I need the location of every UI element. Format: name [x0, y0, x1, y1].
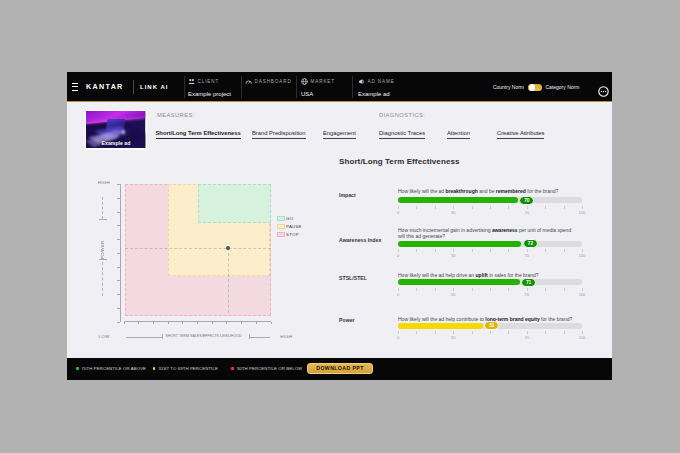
metric-question: How likely will the ad help drive an upl… [398, 272, 578, 278]
page-title: Short/Long Term Effectiveness [339, 157, 460, 166]
nav-item-label: CLIENT [198, 79, 220, 84]
bar-scale-tick [545, 206, 546, 209]
metric-bar-fill [398, 197, 518, 203]
legend-item-pause: PAUSE [277, 224, 302, 229]
metric-bar-track: 71 [398, 279, 582, 285]
header-divider [133, 80, 134, 94]
tab-diagnostic-traces[interactable]: Diagnostic Traces [379, 130, 425, 139]
bar-scale-tick [416, 288, 417, 291]
bar-scale-tick [435, 288, 436, 291]
bar-scale-label: 70 [525, 335, 529, 340]
bar-scale-tick [527, 249, 528, 252]
nav-item-value: USA [301, 91, 313, 97]
metric-label-awareness-index: Awareness Index [339, 237, 381, 243]
menu-icon[interactable] [72, 83, 78, 91]
y-axis-tick [117, 322, 120, 323]
bar-scale-label: 0 [397, 253, 399, 258]
metric-bar-fill [398, 241, 521, 247]
metric-value-badge: 72 [523, 239, 538, 248]
bar-scale-tick [582, 206, 583, 209]
metric-bar-fill [398, 323, 483, 329]
y-axis-tick [117, 280, 120, 281]
y-axis-tick [117, 308, 120, 309]
bar-scale-tick [582, 288, 583, 291]
legend-swatch [277, 232, 285, 237]
percentile-dot [153, 367, 156, 370]
bar-scale-label: 0 [397, 210, 399, 215]
y-axis-title: POWER [100, 240, 105, 259]
more-options-icon[interactable] [598, 83, 609, 94]
bar-scale-label: 70 [525, 292, 529, 297]
tab-engagement[interactable]: Engagement [323, 130, 356, 139]
legend-label: GO [286, 216, 293, 221]
bar-scale-label: 100 [579, 253, 586, 258]
bar-scale-tick [416, 249, 417, 252]
percentile-label: 31ST TO 69TH PERCENTILE [158, 366, 217, 371]
footer-legend-item: 31ST TO 69TH PERCENTILE [153, 358, 218, 380]
tab-creative-attributes[interactable]: Creative Attributes [497, 130, 544, 139]
x-axis-tick [138, 322, 139, 324]
bar-scale-tick [490, 206, 491, 209]
bar-scale-tick [527, 288, 528, 291]
tab-short-long-term-effectiveness[interactable]: Short/Long Term Effectiveness [156, 130, 241, 139]
ad-name-icon [358, 78, 365, 85]
ad-thumbnail[interactable]: Example ad [85, 110, 147, 150]
y-axis-low-label: LOW [99, 334, 110, 339]
header-nav-divider [296, 76, 297, 98]
y-axis-rule-tick [99, 259, 107, 260]
bar-scale-tick [564, 288, 565, 291]
bar-scale-tick [545, 288, 546, 291]
diagnostics-label: DIAGNOSTICS: [379, 112, 425, 118]
legend-swatch [277, 216, 285, 221]
bar-scale-tick [435, 206, 436, 209]
metric-label-stsl-stel: STSL/STEL [339, 275, 367, 281]
bar-scale-tick [508, 249, 509, 252]
metric-label-power: Power [339, 317, 355, 323]
bar-scale-tick [582, 249, 583, 252]
percentile-label: 70TH PERCENTILE OR ABOVE [82, 366, 146, 371]
crosshair-horizontal [125, 248, 271, 249]
country-norm-label[interactable]: Country Norm [447, 84, 524, 90]
y-axis-line [120, 184, 121, 322]
bar-scale-tick [508, 288, 509, 291]
product-name: LINK AI [140, 84, 168, 90]
x-axis-tick [168, 322, 169, 324]
metric-question: How much incremental gain in advertising… [398, 227, 578, 240]
bar-scale-tick [472, 331, 473, 334]
metric-question: How likely will the ad breakthrough and … [398, 188, 578, 194]
x-axis-title: SHORT TERM SALES/EFFECTS LIKELIHOOD [166, 334, 242, 338]
norm-toggle[interactable] [528, 84, 542, 91]
x-axis-tick [271, 322, 272, 324]
bar-scale-label: 30 [451, 210, 455, 215]
bar-scale-tick [398, 206, 399, 209]
bar-scale-tick [508, 206, 509, 209]
bar-scale-tick [453, 331, 454, 334]
bar-scale-label: 0 [397, 335, 399, 340]
legend-item-stop: STOP [277, 232, 302, 237]
bar-scale-tick [472, 206, 473, 209]
bar-scale-label: 0 [397, 292, 399, 297]
x-axis-tick [197, 322, 198, 324]
bar-scale-tick [490, 249, 491, 252]
y-axis-tick [117, 294, 120, 295]
y-axis-tick [117, 239, 120, 240]
metric-bar-track: 72 [398, 241, 582, 247]
nav-item-label: MARKET [311, 79, 336, 84]
tab-brand-predisposition[interactable]: Brand Predisposition [252, 130, 306, 139]
y-axis-tick [117, 212, 120, 213]
bar-scale-tick [453, 206, 454, 209]
x-axis-high-label: HIGH [280, 334, 292, 339]
header-nav-divider [352, 76, 353, 98]
percentile-dot [76, 367, 79, 370]
tab-attention[interactable]: Attention [447, 130, 470, 139]
bar-scale-tick [398, 331, 399, 334]
percentile-dot [231, 367, 234, 370]
x-axis-tick [241, 322, 242, 324]
y-axis-high-label: HIGH [87, 180, 110, 185]
category-norm-label[interactable]: Category Norm [546, 84, 580, 90]
y-axis-rule [102, 262, 103, 296]
market-icon [301, 78, 308, 85]
nav-item-label: AD NAME [368, 79, 395, 84]
legend-label: STOP [286, 232, 299, 237]
download-ppt-button[interactable]: DOWNLOAD PPT [307, 363, 373, 374]
